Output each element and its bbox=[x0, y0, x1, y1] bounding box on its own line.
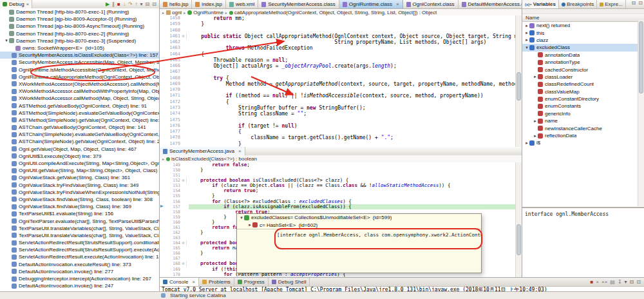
tree-expander-icon[interactable]: ▾ bbox=[524, 45, 529, 50]
stack-frame-row[interactable]: OgnlValueStack.getValue(String, Class) l… bbox=[0, 174, 159, 181]
tree-expander-icon[interactable]: ▾ bbox=[239, 215, 244, 220]
debug-owns-row[interactable]: owns: SocketWrapper<E> (id=105) bbox=[0, 44, 159, 52]
variable-row[interactable]: cachedConstructor bbox=[522, 66, 644, 73]
stack-frame-row[interactable]: OgnlValueStack.tryFindValue(String, Clas… bbox=[0, 182, 159, 189]
stack-frame-row[interactable]: SecurityMemberAccess.isAccessible(Map, O… bbox=[0, 59, 159, 66]
stack-frame-row[interactable]: OgnlValueStack.findValue(String, Class) … bbox=[0, 203, 159, 210]
variable-row[interactable]: ▸this bbox=[522, 29, 644, 36]
view-tab-breakpoints[interactable]: Breakpoints bbox=[559, 0, 597, 8]
variable-row[interactable]: ▸classLoader bbox=[522, 73, 644, 81]
variables-column-header[interactable]: Name bbox=[522, 14, 644, 22]
stack-frame-row[interactable]: ASTMethod(SimpleNode).getValue(OgnlConte… bbox=[0, 117, 159, 124]
debug-thread-row[interactable]: Daemon Thread [ajp-bio-8009-Acceptor-0] … bbox=[0, 15, 159, 23]
console-tab-progress[interactable]: Progress bbox=[234, 278, 269, 286]
tree-expander-icon[interactable]: ▸ bbox=[524, 30, 529, 35]
close-icon[interactable]: × bbox=[26, 1, 30, 7]
variable-row[interactable]: ▸reflectionData bbox=[522, 132, 644, 139]
remove-launch-icon[interactable]: × bbox=[594, 279, 600, 285]
fold-toggle-icon[interactable]: ⊖ bbox=[180, 178, 187, 183]
debug-thread-row[interactable]: Daemon Thread [http-bio-8070-exec-2] (Ru… bbox=[0, 30, 159, 37]
step-over-icon[interactable]: ↷ bbox=[127, 1, 134, 8]
stack-frame-row[interactable]: DefaultActionInvocation.executeResult() … bbox=[0, 261, 159, 268]
editor-tab-securitymemberaccess-class[interactable]: SecurityMemberAccess.class bbox=[258, 0, 339, 8]
maximize-icon[interactable]: ⊡ bbox=[635, 279, 642, 285]
tree-expander-icon[interactable]: ▸ bbox=[533, 74, 538, 79]
maximize-icon[interactable]: ⊡ bbox=[637, 0, 644, 8]
debug-view-tab[interactable]: Debug × bbox=[0, 0, 32, 8]
debug-thread-row[interactable]: Daemon Thread [ajp-bio-8009-AsyncTimeout… bbox=[0, 23, 159, 30]
terminate-icon[interactable]: ■ bbox=[589, 279, 594, 285]
breadcrumb-item[interactable]: callAppropriateMethod(OgnlContext, Objec… bbox=[229, 10, 437, 15]
fold-toggle-icon[interactable]: ⊖ bbox=[180, 261, 187, 266]
inspect-tree[interactable]: ▾excludedClasses= Collections$Unmodifiab… bbox=[237, 214, 481, 229]
stack-frame-row[interactable]: SecurityMemberAccess.isClassExcluded(Cla… bbox=[0, 52, 159, 59]
scrollbar-variables[interactable] bbox=[638, 20, 644, 206]
stack-frame-row[interactable]: OgnlValueStack.findValue(String, Class, … bbox=[0, 196, 159, 203]
variable-row[interactable]: ▸name bbox=[522, 117, 644, 124]
stack-frame-row[interactable]: OgnlRuntime.isMethodAccessible(OgnlConte… bbox=[0, 66, 159, 73]
stack-frame-row[interactable]: Ognl.getValue(Object, Map, Object, Class… bbox=[0, 146, 159, 153]
debug-thread-row[interactable]: ▾Daemon Thread [http-bio-8070-exec-3] (S… bbox=[0, 37, 159, 44]
view-menu-icon[interactable]: ▾ bbox=[139, 1, 144, 8]
fold-toggle-icon[interactable]: ⊖ bbox=[180, 34, 187, 39]
maximize-icon[interactable]: ⊡ bbox=[151, 1, 158, 8]
variable-row[interactable]: enumConstants bbox=[522, 102, 644, 110]
variable-row[interactable]: annotationData bbox=[522, 52, 644, 59]
minimize-icon[interactable]: ⊟ bbox=[630, 0, 638, 8]
console-tab-console[interactable]: Console× bbox=[160, 278, 199, 286]
variable-row[interactable]: ▸clazz bbox=[522, 37, 644, 44]
stack-frame-row[interactable]: ServletActionRedirectResult.execute(Acti… bbox=[0, 253, 159, 260]
stack-frame-row[interactable]: DefaultActionInvocation.invoke() line: 2… bbox=[0, 268, 159, 275]
close-icon[interactable]: × bbox=[396, 1, 399, 7]
stack-frame-row[interactable]: DebuggingInterceptor.intercept(ActionInv… bbox=[0, 275, 159, 282]
minimize-icon[interactable]: ⊟ bbox=[144, 1, 151, 8]
breadcrumb-item[interactable]: isClassExcluded(Class<?>) : boolean bbox=[166, 156, 257, 162]
tree-expander-icon[interactable]: ▸ bbox=[247, 222, 252, 227]
tree-expander-icon[interactable]: ▸ bbox=[524, 140, 529, 146]
editor-tab-web-xml[interactable]: web.xml bbox=[226, 0, 258, 8]
close-icon[interactable]: × bbox=[238, 148, 242, 154]
stack-frame-row[interactable]: ASTChain(SimpleNode).evaluateGetValueBod… bbox=[0, 131, 159, 138]
remove-all-launches-icon[interactable]: ×× bbox=[600, 279, 609, 285]
editor-tab-securitymemberaccess-java[interactable]: SecurityMemberAccess.java × bbox=[160, 147, 245, 155]
scrollbar-thumb[interactable] bbox=[516, 72, 521, 101]
tree-expander-icon[interactable]: ▸ bbox=[524, 37, 529, 43]
stack-frame-row[interactable]: OgnlUtil$3.execute(Object) line: 379 bbox=[0, 153, 159, 160]
editor-tab-defaultmemberaccess-class[interactable]: DefaultMemberAccess.class bbox=[459, 0, 522, 8]
debug-thread-row[interactable]: Daemon Thread [http-bio-8070-exec-1] (Ru… bbox=[0, 8, 159, 15]
stack-frame-row[interactable]: ServletActionRedirectResult(StrutsResult… bbox=[0, 239, 159, 246]
variable-row[interactable]: ▸c= HashSet<E> (id=602) bbox=[237, 221, 481, 228]
editor-tab-index-jsp[interactable]: index.jsp bbox=[192, 0, 226, 8]
console-tab-problems[interactable]: Problems bbox=[199, 278, 234, 286]
editor-tab-hello-jsp[interactable]: hello.jsp bbox=[160, 0, 192, 8]
stack-frame-row[interactable]: XWorkMethodAccessor(ObjectMethodAccessor… bbox=[0, 81, 159, 88]
clear-console-icon[interactable]: ▤ bbox=[609, 279, 616, 285]
terminate-icon[interactable]: ■ bbox=[116, 1, 122, 8]
step-into-icon[interactable]: ↓ bbox=[122, 1, 127, 8]
stack-frame-row[interactable]: DefaultActionInvocation.invoke() line: 2… bbox=[0, 282, 159, 289]
scrollbar-thumb[interactable] bbox=[639, 21, 643, 93]
variable-row[interactable]: classValueMap bbox=[522, 88, 644, 95]
editor-tab-ognlcontext-class[interactable]: OgnlContext.class bbox=[403, 0, 459, 8]
variable-row[interactable]: ▸next() returned bbox=[522, 22, 644, 29]
stack-frame-row[interactable]: OgnlValueStack.tryFindValueWhenExpressio… bbox=[0, 189, 159, 196]
debug-tree[interactable]: Daemon Thread [http-bio-8070-exec-1] (Ru… bbox=[0, 8, 159, 291]
fold-toggle-icon[interactable]: ⊖ bbox=[180, 240, 187, 246]
suspend-icon[interactable]: ∥ bbox=[111, 1, 116, 8]
minimize-icon[interactable]: ⊟ bbox=[629, 279, 636, 285]
scrollbar-editor1[interactable] bbox=[515, 15, 522, 147]
variable-row[interactable]: annotationType bbox=[522, 59, 644, 66]
stack-frame-row[interactable]: TextParseUtil.translateVariables(char[],… bbox=[0, 232, 159, 239]
stack-frame-row[interactable]: TextParseUtil$1.evaluate(String) line: 1… bbox=[0, 210, 159, 217]
stack-frame-row[interactable]: OgnlRuntime.callAppropriateMethod(OgnlCo… bbox=[0, 73, 159, 81]
tree-expander-icon[interactable]: ▸ bbox=[533, 119, 538, 124]
scroll-lock-icon[interactable]: ↧ bbox=[616, 279, 623, 285]
variable-row[interactable]: ▾excludedClass bbox=[522, 44, 644, 51]
variables-tree[interactable]: ▸next() returned▸this▸clazz▾excludedClas… bbox=[522, 22, 644, 208]
code-editor-ognlruntime[interactable]: 1458 return mm;1459 }14601461⊖ public st… bbox=[160, 15, 516, 147]
view-tab-expre-[interactable]: Expre... bbox=[597, 0, 626, 8]
console-tab-debug-shell[interactable]: Debug Shell bbox=[269, 278, 310, 286]
stack-frame-row[interactable]: ServletActionRedirectResult(StrutsResult… bbox=[0, 246, 159, 253]
resume-icon[interactable]: ▶ bbox=[104, 1, 111, 8]
stack-frame-row[interactable]: OgnlUtil.getValue(String, Map<String,Obj… bbox=[0, 167, 159, 174]
